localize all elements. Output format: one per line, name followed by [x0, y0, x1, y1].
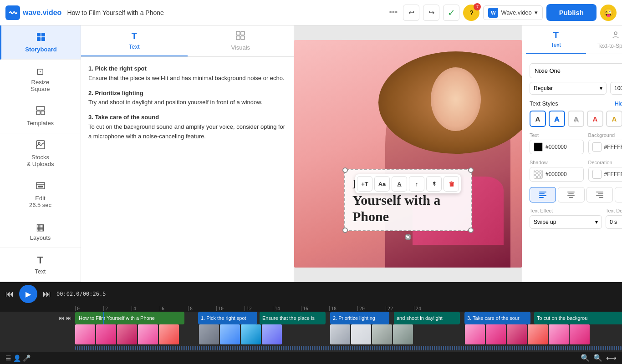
visuals-tab-label: Visuals [231, 44, 250, 51]
video-track-content [75, 324, 622, 344]
align-center-button[interactable] [558, 187, 584, 202]
ruler-mark-8: 8 [188, 306, 216, 311]
resize-handle-tl[interactable] [342, 167, 348, 173]
canvas-area[interactable]: +T Aa A ↑ ↟ 🗑 How to Film Yourself with … [294, 25, 522, 282]
svg-rect-0 [37, 33, 41, 36]
edit-icon [36, 181, 46, 193]
align-right-button[interactable] [586, 187, 613, 202]
font-select[interactable]: Nixie One ▾ [530, 63, 622, 78]
clip-3a[interactable]: 2. Prioritize lighting [330, 312, 389, 324]
delay-label: Text Delay [606, 208, 622, 213]
svg-rect-4 [36, 106, 45, 110]
redo-button[interactable]: ↪ [423, 5, 439, 21]
shadow-color-section: Shadow #000000 [530, 160, 584, 182]
zoom-in-button[interactable]: 🔍 [593, 354, 602, 362]
canvas-wrapper: +T Aa A ↑ ↟ 🗑 How to Film Yourself with … [294, 25, 522, 282]
svg-rect-24 [568, 193, 574, 194]
svg-rect-5 [36, 111, 40, 115]
delete-text-button[interactable]: 🗑 [444, 176, 459, 192]
sidebar-item-edit[interactable]: Edit26.5 sec [0, 174, 81, 215]
thumb-19 [570, 324, 590, 344]
text-clips-content: How to Film Yourself with a Phone 1. Pic… [75, 312, 622, 324]
thumb-7 [220, 324, 240, 344]
fit-timeline-button[interactable]: ⟷ [606, 354, 617, 362]
sidebar-item-resize[interactable]: ⊡ ResizeSquare [0, 60, 81, 99]
effect-select[interactable]: Swipe up ▾ [530, 215, 602, 229]
thumb-strip-4 [465, 324, 590, 344]
move-up-button[interactable]: ↑ [409, 176, 424, 192]
decoration-color-swatch [592, 170, 602, 179]
sidebar-item-layouts[interactable]: ▦ Layouts [0, 215, 81, 248]
save-status-button[interactable]: ✓ [443, 5, 459, 21]
publish-button[interactable]: Publish [546, 4, 597, 21]
tab-visuals[interactable]: Visuals [188, 25, 294, 56]
bg-color-picker[interactable]: #FFFFFF [588, 140, 622, 154]
resize-handle-tr[interactable] [468, 167, 474, 173]
workspace-selector[interactable]: W Wave.video ▾ [483, 5, 542, 20]
zoom-out-button[interactable]: 🔍 [581, 354, 590, 362]
thumb-1 [75, 324, 95, 344]
timeline-user-button[interactable]: 👤 [13, 354, 21, 362]
resize-handle-bl[interactable] [342, 228, 348, 233]
thumb-4 [138, 324, 158, 344]
text-track-skip-back[interactable]: ⏮ [59, 315, 64, 321]
svg-rect-28 [598, 193, 603, 194]
play-button[interactable]: ▶ [19, 285, 37, 303]
font-style-select[interactable]: Regular ▾ [530, 82, 607, 95]
text-track-skip-forward[interactable]: ⏭ [66, 315, 71, 321]
align-left-button[interactable] [530, 187, 556, 202]
text-color-picker[interactable]: #000000 [530, 140, 584, 154]
skip-back-button[interactable]: ⏮ [5, 289, 14, 299]
clip-2b[interactable]: Ensure that the place is [260, 312, 326, 324]
timeline-mic-button[interactable]: 🎤 [23, 354, 31, 362]
svg-rect-14 [236, 31, 240, 35]
hide-colors-button[interactable]: Hide colors [615, 101, 622, 107]
skip-forward-button[interactable]: ⏭ [43, 289, 51, 299]
text-styles-label: Text Styles [530, 100, 558, 107]
text-color-button[interactable]: A [392, 176, 407, 192]
shadow-color-picker[interactable]: #000000 [530, 167, 584, 182]
line-height-button[interactable]: ▾ [615, 187, 622, 202]
workspace-chevron-icon: ▾ [535, 9, 538, 16]
sidebar-item-label-stocks: Stocks& Uploads [27, 154, 54, 167]
sidebar-item-storyboard[interactable]: Storyboard [0, 25, 81, 60]
style-shadow-button[interactable]: A [568, 111, 584, 127]
sidebar-item-text[interactable]: T Text [0, 248, 81, 282]
text-icon: T [37, 254, 43, 266]
right-tab-text[interactable]: T Text [526, 25, 586, 54]
clip-2a[interactable]: 1. Pick the right spot [198, 312, 257, 324]
layouts-icon: ▦ [36, 222, 45, 233]
clip-4a[interactable]: 3. Take care of the sour [464, 312, 530, 324]
undo-button[interactable]: ↩ [403, 5, 419, 21]
style-outline-button[interactable]: A [549, 111, 565, 127]
project-title[interactable]: How to Film Yourself with a Phone [67, 9, 383, 16]
style-plain-button[interactable]: A [530, 111, 546, 127]
add-text-button[interactable]: +T [357, 176, 372, 192]
sidebar-item-stocks[interactable]: Stocks& Uploads [0, 133, 81, 174]
clip-3b[interactable]: and shoot in daylight [394, 312, 460, 324]
style-gold-button[interactable]: A [606, 111, 622, 127]
svg-rect-21 [539, 195, 546, 196]
right-tab-tts[interactable]: Text-to-Speech [586, 25, 622, 54]
delay-value: 0 s [610, 219, 617, 225]
ruler-mark-6: 6 [160, 306, 188, 311]
sidebar-item-templates[interactable]: Templates [0, 99, 81, 133]
timeline-list-button[interactable]: ☰ [5, 354, 11, 362]
font-size-select[interactable]: 100 ▾ [610, 82, 622, 95]
clip-title[interactable]: How to Film Yourself with a Phone [75, 312, 184, 324]
help-button[interactable]: ? 7 [463, 5, 479, 21]
clip-4b[interactable]: To cut on the backgrou [534, 312, 622, 324]
bring-forward-button[interactable]: ↟ [426, 176, 442, 192]
avatar[interactable]: 😜 [600, 5, 617, 21]
delay-input[interactable]: 0 s [606, 215, 622, 229]
style-red-button[interactable]: A [587, 111, 603, 127]
timeline-bottom: ☰ 👤 🎤 🔍 🔍 ⟷ [0, 352, 622, 364]
decoration-color-picker[interactable]: #FFFFFF [588, 167, 622, 182]
app-logo[interactable]: wave.video [5, 5, 61, 20]
rotate-handle[interactable] [405, 234, 411, 240]
tab-text[interactable]: T Text [81, 25, 188, 56]
resize-handle-br[interactable] [468, 228, 474, 233]
style-buttons: A A A A A ··· [530, 111, 622, 127]
font-picker-button[interactable]: Aa [374, 176, 390, 192]
more-options-icon[interactable]: ••• [389, 8, 398, 17]
